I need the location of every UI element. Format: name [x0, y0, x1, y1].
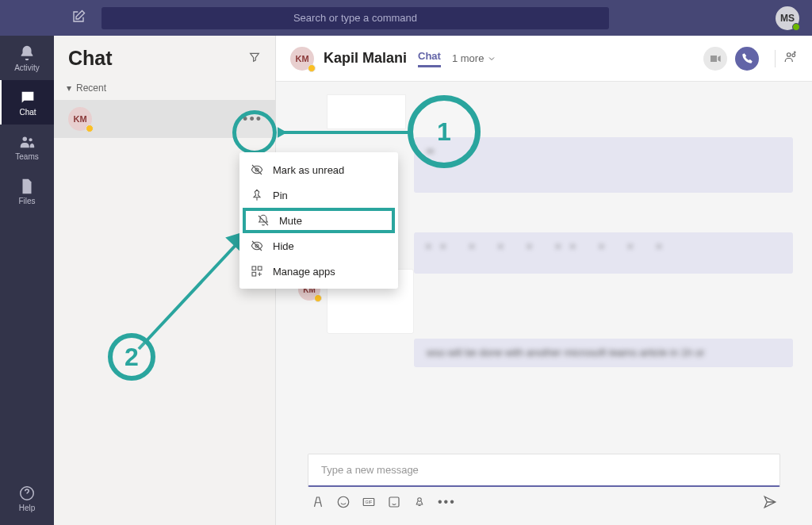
- svg-line-16: [139, 230, 250, 349]
- help-icon: [18, 485, 36, 502]
- chat-header-name: Kapil Malani: [324, 50, 407, 67]
- chat-header: KM Kapil Malani Chat 1 more: [276, 36, 812, 82]
- annotation-step-1: 1: [408, 95, 481, 168]
- rail-label: Files: [18, 197, 35, 205]
- svg-text:GIF: GIF: [366, 500, 373, 504]
- left-rail: Activity Chat Teams Files Help: [0, 36, 54, 525]
- video-icon: [709, 52, 722, 65]
- rail-label: Chat: [19, 108, 36, 117]
- tab-chat[interactable]: Chat: [418, 50, 441, 67]
- presence-away-icon: [308, 64, 316, 72]
- svg-point-9: [418, 498, 422, 502]
- send-icon[interactable]: [763, 495, 777, 509]
- message-out: wso will be done with another microsoft …: [414, 339, 793, 367]
- chat-list-header: Chat: [54, 36, 275, 76]
- svg-point-3: [787, 52, 791, 56]
- compose-input[interactable]: Type a new message: [308, 454, 780, 487]
- svg-rect-14: [252, 272, 256, 276]
- format-icon[interactable]: [311, 495, 325, 509]
- rail-teams[interactable]: Teams: [0, 125, 54, 169]
- menu-mute[interactable]: Mute: [243, 208, 395, 233]
- app-topbar: Search or type a command MS: [0, 0, 812, 36]
- svg-point-0: [23, 136, 28, 141]
- chevron-down-icon: [487, 54, 496, 63]
- presence-available-icon: [792, 23, 800, 31]
- user-avatar[interactable]: MS: [776, 6, 799, 30]
- menu-pin[interactable]: Pin: [239, 182, 398, 208]
- rail-chat[interactable]: Chat: [0, 80, 54, 125]
- phone-icon: [741, 52, 753, 64]
- compose-toolbar: GIF •••: [308, 495, 780, 509]
- svg-point-4: [792, 53, 795, 56]
- recent-label: Recent: [76, 82, 106, 94]
- compose-area: Type a new message GIF •••: [276, 446, 812, 525]
- praise-icon[interactable]: [412, 495, 427, 509]
- menu-manage-apps[interactable]: Manage apps: [239, 259, 398, 284]
- chat-header-avatar: KM: [290, 47, 314, 71]
- audio-call-button[interactable]: [735, 47, 759, 71]
- chat-list-title: Chat: [68, 47, 113, 70]
- menu-hide[interactable]: Hide: [239, 233, 398, 259]
- chevron-down-icon: ▾: [67, 82, 71, 94]
- rail-help[interactable]: Help: [0, 476, 54, 520]
- message-out: ▪▪ ▪ ▪ ▪ ▪▪ ▪ ▪ ▪: [414, 232, 793, 274]
- gif-icon[interactable]: GIF: [362, 495, 376, 509]
- chat-header-actions: [703, 47, 798, 71]
- apps-icon: [251, 265, 263, 278]
- svg-rect-13: [258, 266, 262, 270]
- rail-label: Teams: [15, 152, 38, 161]
- tabs-more-dropdown[interactable]: 1 more: [452, 52, 496, 64]
- svg-rect-12: [252, 266, 256, 270]
- add-people-button[interactable]: [775, 50, 798, 67]
- search-input[interactable]: Search or type a command: [102, 7, 609, 29]
- annotation-arrow-1: [278, 127, 420, 138]
- add-people-icon: [783, 50, 798, 64]
- unread-icon: [251, 163, 263, 176]
- annotation-highlight-more: [232, 110, 277, 155]
- chat-icon: [19, 89, 36, 106]
- presence-away-icon: [314, 294, 322, 302]
- files-icon: [18, 178, 36, 195]
- chat-context-menu: Mark as unread Pin Mute Hide Manage apps: [239, 152, 398, 289]
- presence-away-icon: [86, 125, 94, 132]
- bell-icon: [18, 44, 36, 62]
- hide-icon: [251, 240, 263, 252]
- compose-icon[interactable]: [71, 10, 86, 27]
- rail-activity[interactable]: Activity: [0, 36, 54, 80]
- teams-icon: [18, 133, 36, 151]
- svg-point-1: [29, 138, 32, 141]
- menu-mark-unread[interactable]: Mark as unread: [239, 157, 398, 182]
- rail-files[interactable]: Files: [0, 169, 54, 213]
- chat-item-avatar: KM: [68, 107, 92, 131]
- emoji-icon[interactable]: [336, 495, 350, 509]
- sticker-icon[interactable]: [387, 495, 401, 509]
- rail-label: Help: [19, 504, 36, 512]
- filter-icon[interactable]: [248, 51, 261, 67]
- svg-rect-8: [389, 497, 399, 507]
- recent-section[interactable]: ▾ Recent: [54, 76, 275, 100]
- more-options-icon[interactable]: •••: [438, 495, 456, 509]
- svg-point-5: [338, 496, 349, 508]
- user-initials: MS: [780, 13, 795, 24]
- annotation-step-2: 2: [108, 333, 155, 381]
- video-call-button[interactable]: [703, 47, 727, 71]
- search-placeholder: Search or type a command: [293, 12, 417, 24]
- rail-label: Activity: [14, 63, 40, 72]
- pin-icon: [251, 189, 263, 201]
- message-in: [327, 94, 406, 129]
- mute-icon: [257, 214, 270, 227]
